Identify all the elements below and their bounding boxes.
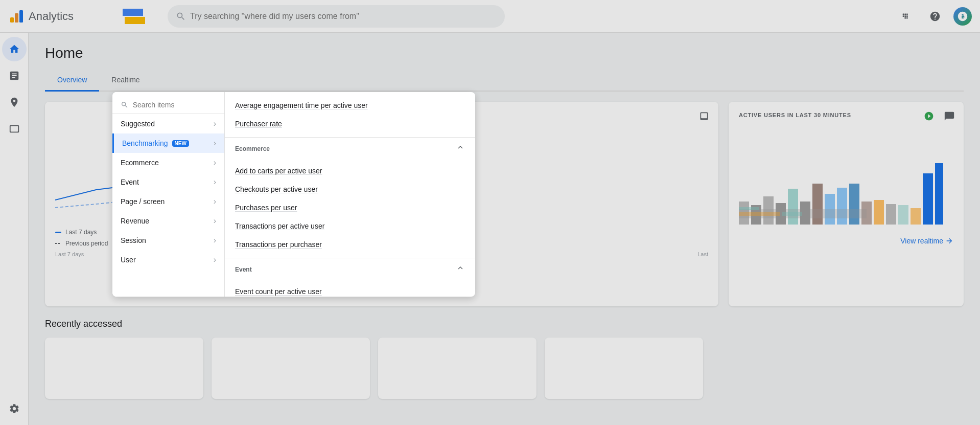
chevron-right-event: › [214,177,216,187]
left-menu-label-session: Session [121,236,146,244]
suggested-item-purchaser-rate[interactable]: Purchaser rate [225,115,475,133]
chevron-right-ecommerce: › [214,158,216,167]
left-menu-item-suggested[interactable]: Suggested › [112,114,224,133]
suggested-item-avg-engagement[interactable]: Average engagement time per active user [225,96,475,115]
left-menu-item-event[interactable]: Event › [112,172,224,192]
left-menu-label-ecommerce: Ecommerce [121,159,159,167]
event-chevron-up [456,263,465,275]
ecommerce-item-transactions-purchaser[interactable]: Transactions per purchaser [225,235,475,254]
left-menu: Suggested › Benchmarking NEW › Ecommerce… [112,92,225,297]
chevron-right-user: › [214,255,216,264]
left-menu-label-event: Event [121,178,139,186]
suggested-section: Average engagement time per active user … [225,92,475,138]
ecommerce-section-header[interactable]: Ecommerce [225,138,475,160]
event-section: Event Event count per active user [225,258,475,297]
event-item-count[interactable]: Event count per active user [225,282,475,297]
left-menu-item-user[interactable]: User › [112,250,224,270]
right-panel: Average engagement time per active user … [225,92,475,297]
chevron-right-benchmarking: › [214,139,216,148]
left-menu-item-session[interactable]: Session › [112,231,224,250]
ecommerce-section: Ecommerce Add to carts per active user C… [225,138,475,258]
event-section-title: Event [235,266,252,273]
left-menu-label-revenue: Revenue [121,217,149,225]
event-section-header[interactable]: Event [225,258,475,280]
left-menu-item-page-screen[interactable]: Page / screen › [112,192,224,211]
left-menu-item-benchmarking-label: Benchmarking NEW [122,139,189,147]
ecommerce-item-add-carts[interactable]: Add to carts per active user [225,162,475,180]
left-menu-item-suggested-label: Suggested [121,120,155,128]
left-menu-item-ecommerce[interactable]: Ecommerce › [112,153,224,172]
ecommerce-item-transactions-active[interactable]: Transactions per active user [225,217,475,235]
event-section-items: Event count per active user [225,280,475,297]
chevron-right-revenue: › [214,216,216,226]
chevron-right-suggested: › [214,119,216,128]
left-menu-label-page-screen: Page / screen [121,197,165,206]
ecommerce-section-title: Ecommerce [235,145,270,152]
ecommerce-chevron-up [456,143,465,154]
left-menu-search [112,96,224,114]
left-menu-item-benchmarking[interactable]: Benchmarking NEW › [112,133,224,153]
new-badge: NEW [172,140,189,147]
chevron-right-page-screen: › [214,197,216,206]
left-menu-label-benchmarking: Benchmarking [122,139,168,147]
left-menu-label-user: User [121,256,136,264]
left-search-icon [121,100,129,109]
ecommerce-item-checkouts[interactable]: Checkouts per active user [225,180,475,198]
ecommerce-item-purchases[interactable]: Purchases per user [225,198,475,217]
left-menu-search-input[interactable] [133,101,216,109]
left-menu-item-revenue[interactable]: Revenue › [112,211,224,231]
ecommerce-section-items: Add to carts per active user Checkouts p… [225,160,475,258]
suggested-items-list: Average engagement time per active user … [225,92,475,137]
left-menu-label-suggested: Suggested [121,120,155,128]
chevron-right-session: › [214,236,216,245]
metric-picker-dropdown: Suggested › Benchmarking NEW › Ecommerce… [112,92,475,297]
